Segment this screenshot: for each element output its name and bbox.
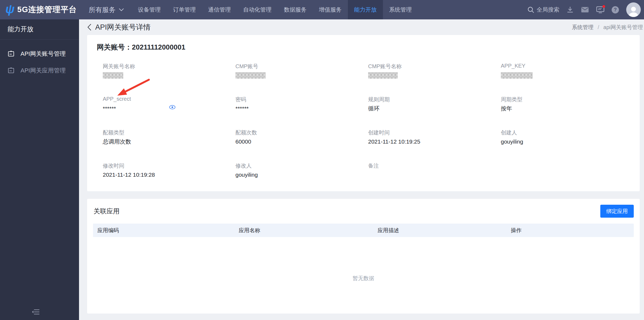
field-value-text: 60000 (235, 138, 251, 145)
bind-app-button[interactable]: 绑定应用 (600, 205, 634, 218)
gateway-account-detail-card: 网关账号：20211112000001 网关账号名称 CMP账号 (87, 35, 640, 191)
field-label: 修改时间 (103, 162, 235, 169)
field-value (235, 72, 368, 79)
related-apps-card: 关联应用 绑定应用 应用编码 应用名称 应用描述 操作 暂无数据 (87, 199, 640, 314)
field-label: CMP账号名称 (368, 63, 501, 70)
search-icon (527, 6, 534, 13)
topbar-right: 全局搜索 ? (527, 2, 641, 17)
all-services-label: 所有服务 (89, 5, 116, 14)
brand-title: 5G连接管理平台 (17, 4, 77, 15)
table-header-cell: 应用编码 (97, 227, 239, 234)
field-label: 配额次数 (235, 129, 368, 136)
page-header: API网关账号详情 系统管理 / api网关账号管理 (79, 19, 644, 35)
sidebar-menu: API网关账号管理 API网关应用管理 (0, 40, 79, 79)
field-value (368, 72, 501, 79)
sidebar-item[interactable]: API网关账号管理 (0, 46, 79, 62)
detail-field: 规则周期 循环 (368, 96, 501, 111)
field-value: 按年 (501, 105, 633, 112)
field-label: 规则周期 (368, 96, 501, 103)
help-icon[interactable]: ? (612, 6, 619, 13)
sidebar-item[interactable]: API网关应用管理 (0, 62, 79, 79)
detail-field: 网关账号名称 (103, 63, 235, 78)
field-label: 配额类型 (103, 129, 235, 136)
clipboard-icon (8, 50, 15, 57)
notification-dot (602, 5, 605, 8)
detail-field: 创建时间 2021-11-12 10:19:25 (368, 129, 501, 144)
topnav-item[interactable]: 订单管理 (167, 0, 202, 19)
field-label: APP_KEY (501, 63, 633, 70)
topnav-item-label: 数据服务 (284, 6, 307, 13)
field-label: 创建人 (501, 129, 633, 136)
field-value-text: 循环 (368, 105, 379, 112)
breadcrumb-separator: / (598, 24, 599, 30)
monitor-alert-icon[interactable] (596, 6, 604, 13)
topnav-item[interactable]: 增值服务 (313, 0, 348, 19)
topnav-item-label: 设备管理 (138, 6, 161, 13)
back-button[interactable]: API网关账号详情 (87, 22, 151, 32)
detail-field: CMP账号 (235, 63, 368, 78)
detail-field: 周期类型 按年 (501, 96, 633, 111)
topbar: ψ 5G连接管理平台 所有服务 设备管理 订单管理 通信管理 (0, 0, 644, 19)
breadcrumb-parent[interactable]: 系统管理 (572, 24, 594, 30)
clipboard-icon (8, 67, 15, 74)
detail-field: APP_KEY (501, 63, 633, 78)
field-value (368, 171, 501, 178)
field-value-text: ****** (103, 105, 116, 112)
topnav-item-label: 系统管理 (389, 6, 412, 13)
topnav-item[interactable]: 通信管理 (202, 0, 237, 19)
field-label: CMP账号 (235, 63, 368, 70)
mail-icon[interactable] (581, 6, 589, 13)
topnav-item-label: 通信管理 (208, 6, 231, 13)
field-value: 2021-11-12 10:19:28 (103, 171, 235, 178)
detail-field: 修改时间 2021-11-12 10:19:28 (103, 162, 235, 177)
sidebar: 能力开放 API网关账号管理 API网关应用管理 (0, 19, 79, 320)
topnav-item[interactable]: 数据服务 (278, 0, 313, 19)
eye-icon[interactable] (169, 105, 176, 109)
field-value: 2021-11-12 10:19:25 (368, 138, 501, 145)
field-value-text: 总调用次数 (103, 138, 131, 145)
field-label: 网关账号名称 (103, 63, 235, 70)
avatar[interactable] (626, 2, 641, 17)
detail-field-grid: 网关账号名称 CMP账号 (103, 63, 633, 177)
field-value-text: 2021-11-12 10:19:25 (368, 138, 420, 145)
topnav-item-label: 自动化管理 (243, 6, 272, 13)
field-value (103, 72, 235, 79)
field-value-text: gouyiling (235, 172, 258, 178)
topnav-item-label: 订单管理 (173, 6, 196, 13)
censored-value-block (103, 72, 123, 79)
topnav-item[interactable]: 自动化管理 (237, 0, 278, 19)
field-value-text: 2021-11-12 10:19:28 (103, 172, 155, 178)
detail-field: 备注 (368, 162, 501, 177)
main-content: API网关账号详情 系统管理 / api网关账号管理 网关账号：20211112… (79, 19, 644, 320)
field-value-text: ****** (235, 105, 249, 112)
field-label: 备注 (368, 162, 501, 169)
related-apps-title: 关联应用 (94, 207, 119, 215)
chevron-left-icon (87, 24, 91, 31)
chevron-down-icon (119, 8, 124, 11)
global-search[interactable]: 全局搜索 (527, 6, 559, 13)
topnav-item[interactable]: 能力开放 (348, 0, 383, 19)
field-label: 密码 (235, 96, 368, 103)
table-header-cell: 应用描述 (378, 227, 511, 234)
topnav-item-label: 增值服务 (319, 6, 342, 13)
breadcrumb-current: api网关账号管理 (603, 24, 643, 30)
collapse-sidebar-icon[interactable] (32, 309, 40, 316)
topnav-item[interactable]: 系统管理 (383, 0, 418, 19)
censored-value-block (235, 72, 266, 79)
detail-field: 配额次数 60000 (235, 129, 368, 144)
all-services-menu[interactable]: 所有服务 (89, 5, 124, 14)
detail-field: 配额类型 总调用次数 (103, 129, 235, 144)
detail-field: APP_screct ****** (103, 96, 235, 111)
field-value: gouyiling (501, 138, 633, 145)
field-value-text: gouyiling (501, 138, 523, 145)
related-apps-header: 关联应用 绑定应用 (93, 199, 634, 224)
field-label: 创建时间 (368, 129, 501, 136)
download-icon[interactable] (567, 6, 574, 13)
detail-field: 修改人 gouyiling (235, 162, 368, 177)
empty-state-text: 暂无数据 (93, 275, 634, 282)
detail-field: 密码 ****** (235, 96, 368, 111)
sidebar-title: 能力开放 (0, 19, 79, 40)
topnav-item[interactable]: 设备管理 (132, 0, 167, 19)
field-value: 循环 (368, 105, 501, 112)
brand: ψ 5G连接管理平台 (5, 4, 77, 16)
